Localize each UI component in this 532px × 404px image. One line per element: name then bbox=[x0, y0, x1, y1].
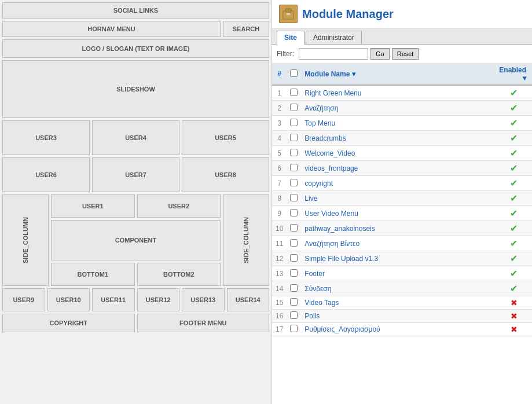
row-select-checkbox[interactable] bbox=[290, 325, 298, 332]
row-select-checkbox[interactable] bbox=[290, 194, 298, 201]
row-module-name[interactable]: Σύνδεση bbox=[301, 281, 496, 296]
enabled-checkmark: ✔ bbox=[510, 88, 518, 98]
enabled-checkmark: ✔ bbox=[510, 284, 518, 293]
row-checkbox[interactable] bbox=[287, 296, 301, 310]
row-module-name[interactable]: User Video Menu bbox=[301, 206, 496, 221]
col-enabled[interactable]: Enabled ▾ bbox=[496, 64, 532, 85]
row-enabled[interactable]: ✔ bbox=[496, 206, 532, 221]
row-checkbox[interactable] bbox=[287, 176, 301, 191]
row-select-checkbox[interactable] bbox=[290, 311, 298, 319]
row-checkbox[interactable] bbox=[287, 146, 301, 161]
row-module-name[interactable]: Top Menu bbox=[301, 116, 496, 131]
row-select-checkbox[interactable] bbox=[290, 269, 298, 277]
enabled-checkmark: ✔ bbox=[510, 254, 518, 263]
row-select-checkbox[interactable] bbox=[290, 284, 298, 292]
row-checkbox[interactable] bbox=[287, 161, 301, 176]
table-row: 10 pathway_anakoinoseis ✔ bbox=[272, 221, 532, 236]
row-enabled[interactable]: ✔ bbox=[496, 221, 532, 236]
row-checkbox[interactable] bbox=[287, 236, 301, 251]
row-select-checkbox[interactable] bbox=[290, 224, 298, 232]
row-checkbox[interactable] bbox=[287, 251, 301, 266]
row-enabled[interactable]: ✔ bbox=[496, 191, 532, 206]
row-checkbox[interactable] bbox=[287, 206, 301, 221]
row-enabled[interactable]: ✔ bbox=[496, 281, 532, 296]
row-checkbox[interactable] bbox=[287, 310, 301, 323]
row-select-checkbox[interactable] bbox=[290, 179, 298, 186]
row-select-checkbox[interactable] bbox=[290, 104, 298, 111]
row-select-checkbox[interactable] bbox=[290, 134, 298, 141]
go-button[interactable]: Go bbox=[370, 48, 390, 60]
row-select-checkbox[interactable] bbox=[290, 119, 298, 126]
row-select-checkbox[interactable] bbox=[290, 298, 298, 306]
row-checkbox[interactable] bbox=[287, 281, 301, 296]
row-enabled[interactable]: ✔ bbox=[496, 146, 532, 161]
reset-button[interactable]: Reset bbox=[392, 48, 419, 60]
col-module-name[interactable]: Module Name ▾ bbox=[301, 64, 496, 85]
filter-label: Filter: bbox=[277, 50, 294, 58]
row-checkbox[interactable] bbox=[287, 191, 301, 206]
zone-user8: USER8 bbox=[182, 157, 269, 192]
row-module-name[interactable]: Video Tags bbox=[301, 296, 496, 310]
row-enabled[interactable]: ✔ bbox=[496, 116, 532, 131]
filter-input[interactable] bbox=[299, 48, 368, 60]
row-select-checkbox[interactable] bbox=[290, 164, 298, 171]
row-module-name[interactable]: Polls bbox=[301, 310, 496, 323]
row-enabled[interactable]: ✔ bbox=[496, 176, 532, 191]
tab-site[interactable]: Site bbox=[277, 31, 304, 45]
row-enabled[interactable]: ✔ bbox=[496, 101, 532, 116]
module-manager-icon bbox=[279, 5, 298, 23]
row-checkbox[interactable] bbox=[287, 266, 301, 281]
row-num: 2 bbox=[272, 101, 287, 116]
row-module-name[interactable]: Simple File Upload v1.3 bbox=[301, 251, 496, 266]
zone-user2: USER2 bbox=[137, 194, 221, 218]
row-num: 3 bbox=[272, 116, 287, 131]
row-module-name[interactable]: Ρυθμίσεις_Λογαριασμού bbox=[301, 323, 496, 336]
row-module-name[interactable]: Right Green Menu bbox=[301, 85, 496, 101]
zone-user4: USER4 bbox=[92, 120, 179, 155]
enabled-checkmark: ✔ bbox=[510, 269, 518, 278]
row-module-name[interactable]: Αναζήτηση bbox=[301, 101, 496, 116]
row-module-name[interactable]: Footer bbox=[301, 266, 496, 281]
svg-rect-1 bbox=[285, 9, 291, 12]
row-checkbox[interactable] bbox=[287, 101, 301, 116]
enabled-checkmark: ✔ bbox=[510, 118, 518, 128]
table-row: 17 Ρυθμίσεις_Λογαριασμού ✖ bbox=[272, 323, 532, 336]
row-checkbox[interactable] bbox=[287, 116, 301, 131]
row-select-checkbox[interactable] bbox=[290, 209, 298, 216]
row-select-checkbox[interactable] bbox=[290, 239, 298, 247]
row-module-name[interactable]: Breadcrumbs bbox=[301, 131, 496, 146]
row-module-name[interactable]: videos_frontpage bbox=[301, 161, 496, 176]
row-enabled[interactable]: ✔ bbox=[496, 266, 532, 281]
enabled-checkmark: ✔ bbox=[510, 163, 518, 173]
row-enabled[interactable]: ✔ bbox=[496, 251, 532, 266]
table-row: 14 Σύνδεση ✔ bbox=[272, 281, 532, 296]
row-select-checkbox[interactable] bbox=[290, 254, 298, 262]
select-all-checkbox[interactable] bbox=[290, 69, 298, 77]
row-module-name[interactable]: Live bbox=[301, 191, 496, 206]
disabled-cross: ✖ bbox=[511, 325, 518, 334]
row-checkbox[interactable] bbox=[287, 85, 301, 101]
row-checkbox[interactable] bbox=[287, 221, 301, 236]
row-module-name[interactable]: Welcome_Video bbox=[301, 146, 496, 161]
row-module-name[interactable]: copyright bbox=[301, 176, 496, 191]
table-row: 3 Top Menu ✔ bbox=[272, 116, 532, 131]
row-enabled[interactable]: ✖ bbox=[496, 296, 532, 310]
enabled-checkmark: ✔ bbox=[510, 208, 518, 218]
row-checkbox[interactable] bbox=[287, 323, 301, 336]
row-enabled[interactable]: ✖ bbox=[496, 310, 532, 323]
row-enabled[interactable]: ✖ bbox=[496, 323, 532, 336]
zone-social: SOCIAL LINKS bbox=[2, 2, 269, 19]
row-checkbox[interactable] bbox=[287, 131, 301, 146]
row-num: 8 bbox=[272, 191, 287, 206]
row-enabled[interactable]: ✔ bbox=[496, 161, 532, 176]
row-select-checkbox[interactable] bbox=[290, 89, 298, 96]
row-enabled[interactable]: ✔ bbox=[496, 131, 532, 146]
row-enabled[interactable]: ✔ bbox=[496, 85, 532, 101]
row-select-checkbox[interactable] bbox=[290, 149, 298, 156]
row-module-name[interactable]: pathway_anakoinoseis bbox=[301, 221, 496, 236]
tab-administrator[interactable]: Administrator bbox=[306, 31, 362, 44]
row-enabled[interactable]: ✔ bbox=[496, 236, 532, 251]
row-num: 7 bbox=[272, 176, 287, 191]
row-module-name[interactable]: Αναζήτηση Βίντεο bbox=[301, 236, 496, 251]
col-checkbox bbox=[287, 64, 301, 85]
